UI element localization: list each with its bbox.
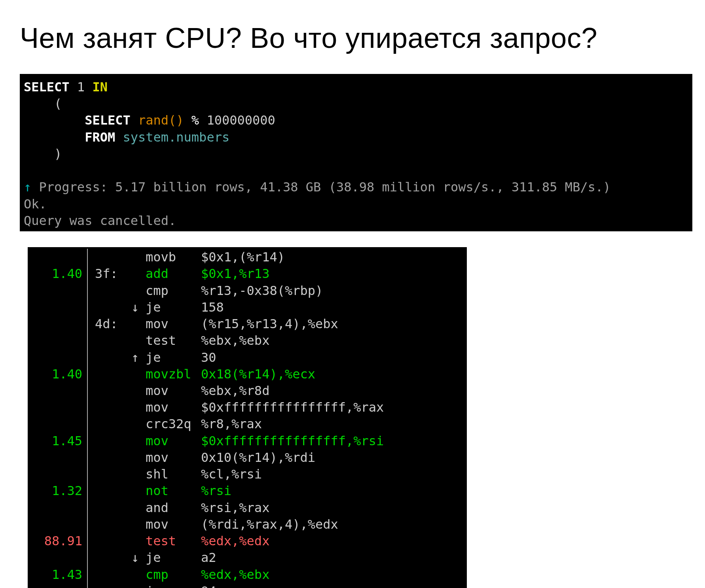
asm-args: %edx,%ebx (201, 566, 463, 583)
asm-mnemonic: jne (146, 583, 201, 588)
sql-op-mod: % (184, 113, 199, 128)
asm-label (88, 466, 131, 482)
asm-label (88, 516, 131, 533)
asm-mnemonic: cmp (146, 566, 201, 583)
asm-percent (32, 382, 87, 399)
sql-table: system.numbers (115, 130, 229, 145)
asm-args: %rsi (201, 482, 463, 499)
asm-mnemonic: cmp (146, 282, 201, 299)
asm-label (88, 449, 131, 466)
sql-keyword-select: SELECT (24, 79, 70, 95)
asm-label (88, 382, 131, 399)
asm-label (88, 399, 131, 416)
asm-jump-arrow-icon (131, 499, 146, 516)
asm-row: ↓jne94 (32, 583, 463, 588)
asm-jump-arrow-icon (131, 366, 146, 382)
asm-percent (32, 466, 87, 482)
sql-keyword-from: FROM (24, 130, 115, 145)
progress-text: Progress: 5.17 billion rows, 41.38 GB (3… (31, 180, 610, 195)
asm-row: ↑je30 (32, 349, 463, 366)
sql-num: 100000000 (199, 113, 275, 128)
asm-row: 1.32not%rsi (32, 482, 463, 499)
asm-percent (32, 249, 87, 265)
sql-func-rand: rand() (131, 113, 184, 128)
sql-keyword-in: IN (92, 79, 108, 95)
slide: Чем занят CPU? Во что упирается запрос? … (0, 0, 705, 588)
asm-row: movb$0x1,(%r14) (32, 249, 463, 265)
asm-args: %rsi,%rax (201, 499, 463, 516)
asm-row: mov0x10(%r14),%rdi (32, 449, 463, 466)
cancelled-text: Query was cancelled. (24, 213, 176, 228)
asm-mnemonic: je (146, 349, 201, 366)
asm-row: and%rsi,%rax (32, 499, 463, 516)
asm-jump-arrow-icon (131, 466, 146, 482)
asm-mnemonic: je (146, 299, 201, 316)
terminal-sql: SELECT 1 IN ( SELECT rand() % 100000000 … (20, 74, 692, 231)
asm-row: mov$0xffffffffffffffff,%rax (32, 399, 463, 416)
asm-mnemonic: movzbl (146, 366, 201, 382)
asm-mnemonic: test (146, 533, 201, 549)
asm-label (88, 416, 131, 432)
asm-label (88, 566, 131, 583)
asm-args: $0x1,(%r14) (201, 249, 463, 265)
asm-row: shl%cl,%rsi (32, 466, 463, 482)
asm-args: $0xffffffffffffffff,%rsi (201, 433, 463, 449)
asm-jump-arrow-icon (131, 533, 146, 549)
asm-jump-arrow-icon: ↓ (131, 299, 146, 316)
asm-percent (32, 499, 87, 516)
progress-arrow-icon: ↑ (24, 180, 31, 195)
asm-jump-arrow-icon (131, 482, 146, 499)
asm-jump-arrow-icon (131, 433, 146, 449)
asm-label (88, 499, 131, 516)
asm-jump-arrow-icon (131, 332, 146, 349)
asm-mnemonic: je (146, 549, 201, 566)
asm-args: %r13,-0x38(%rbp) (201, 282, 463, 299)
asm-jump-arrow-icon (131, 566, 146, 583)
asm-args: a2 (201, 549, 463, 566)
asm-label (88, 332, 131, 349)
asm-percent (32, 549, 87, 566)
asm-label (88, 583, 131, 588)
asm-mnemonic: not (146, 482, 201, 499)
asm-percent: 1.32 (32, 482, 87, 499)
asm-row: 4d:mov(%r15,%r13,4),%ebx (32, 316, 463, 332)
asm-row: 1.40movzbl0x18(%r14),%ecx (32, 366, 463, 382)
asm-jump-arrow-icon: ↑ (131, 349, 146, 366)
asm-mnemonic: mov (146, 316, 201, 332)
asm-row: crc32q%r8,%rax (32, 416, 463, 432)
asm-jump-arrow-icon (131, 416, 146, 432)
asm-percent (32, 416, 87, 432)
asm-row: ↓je158 (32, 299, 463, 316)
asm-label (88, 282, 131, 299)
asm-row: mov%ebx,%r8d (32, 382, 463, 399)
asm-args: 0x10(%r14),%rdi (201, 449, 463, 466)
asm-row: test%ebx,%ebx (32, 332, 463, 349)
asm-label (88, 482, 131, 499)
asm-jump-arrow-icon (131, 249, 146, 265)
asm-label (88, 299, 131, 316)
asm-args: 158 (201, 299, 463, 316)
asm-percent (32, 316, 87, 332)
ok-text: Ok. (24, 197, 47, 212)
slide-title: Чем занят CPU? Во что упирается запрос? (20, 22, 685, 54)
asm-percent (32, 399, 87, 416)
asm-mnemonic: movb (146, 249, 201, 265)
asm-jump-arrow-icon: ↓ (131, 583, 146, 588)
asm-label (88, 549, 131, 566)
asm-mnemonic: mov (146, 399, 201, 416)
asm-mnemonic: mov (146, 382, 201, 399)
asm-jump-arrow-icon: ↓ (131, 549, 146, 566)
asm-label (88, 533, 131, 549)
asm-args: %cl,%rsi (201, 466, 463, 482)
asm-args: 94 (201, 583, 463, 588)
sql-paren-open: ( (24, 96, 62, 111)
asm-percent (32, 516, 87, 533)
asm-percent: 1.43 (32, 566, 87, 583)
asm-label: 3f: (88, 265, 131, 282)
asm-percent: 1.40 (32, 366, 87, 382)
asm-row: 1.45mov$0xffffffffffffffff,%rsi (32, 433, 463, 449)
asm-label (88, 249, 131, 265)
asm-percent: 88.91 (32, 533, 87, 549)
asm-mnemonic: mov (146, 449, 201, 466)
sql-literal-1: 1 (70, 79, 93, 95)
